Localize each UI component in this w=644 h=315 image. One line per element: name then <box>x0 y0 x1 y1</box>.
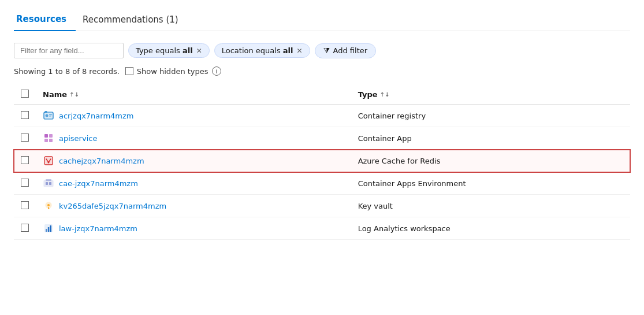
row-checkbox-2[interactable] <box>21 134 29 142</box>
resource-type-4: Container Apps Environment <box>351 172 630 195</box>
row-checkbox-5[interactable] <box>21 201 29 209</box>
svg-rect-14 <box>46 182 48 185</box>
resource-link-4[interactable]: cae-jzqx7narm4mzm <box>59 179 138 188</box>
resource-type-2: Container App <box>351 127 630 150</box>
filter-bar: Type equals all ✕ Location equals all ✕ … <box>14 43 630 58</box>
record-info-bar: Showing 1 to 8 of 8 records. Show hidden… <box>14 66 630 76</box>
svg-rect-6 <box>44 134 48 138</box>
svg-rect-5 <box>45 112 47 113</box>
row-checkbox-3[interactable] <box>21 156 29 164</box>
svg-rect-9 <box>49 139 53 142</box>
type-sort-icon[interactable]: ↑↓ <box>380 91 390 98</box>
table-row-3: cachejzqx7narm4mzm Azure Cache for Redis <box>14 150 630 172</box>
row-checkbox-4[interactable] <box>21 179 29 187</box>
resource-icon-3 <box>43 155 54 166</box>
show-hidden-types[interactable]: Show hidden types i <box>125 66 221 76</box>
svg-point-18 <box>47 204 50 206</box>
name-sort-icon[interactable]: ↑↓ <box>69 91 79 98</box>
resource-icon-2 <box>43 132 54 144</box>
resource-type-1: Container registry <box>351 105 630 127</box>
svg-point-2 <box>46 114 49 117</box>
svg-rect-3 <box>49 114 52 115</box>
table-row-5: kv265dafe5jzqx7narm4mzm Key vault <box>14 195 630 217</box>
type-filter-close-icon[interactable]: ✕ <box>196 47 202 55</box>
svg-rect-4 <box>49 116 51 116</box>
svg-rect-8 <box>44 139 48 142</box>
info-icon: i <box>212 66 221 76</box>
svg-rect-13 <box>44 180 53 187</box>
table-row-4: cae-jzqx7narm4mzm Container Apps Environ… <box>14 172 630 195</box>
resource-link-2[interactable]: apiservice <box>59 134 97 143</box>
location-filter-close-icon[interactable]: ✕ <box>297 47 303 55</box>
type-column-header[interactable]: Type ↑↓ <box>351 85 630 105</box>
resource-icon-1 <box>43 110 54 121</box>
table-row-1: acrjzqx7narm4mzm Container registry <box>14 105 630 127</box>
svg-rect-23 <box>48 227 50 232</box>
row-checkbox-6[interactable] <box>21 224 29 232</box>
resource-link-3[interactable]: cachejzqx7narm4mzm <box>59 157 144 165</box>
filter-input[interactable] <box>14 43 124 58</box>
svg-rect-15 <box>49 182 51 185</box>
table-row-2: apiservice Container App <box>14 127 630 150</box>
add-filter-button[interactable]: ⧩ Add filter <box>315 43 377 58</box>
name-column-header[interactable]: Name ↑↓ <box>36 85 351 105</box>
show-hidden-checkbox[interactable] <box>125 67 133 75</box>
tab-resources[interactable]: Resources <box>14 9 76 31</box>
svg-rect-20 <box>48 209 50 209</box>
resource-type-6: Log Analytics workspace <box>351 217 630 240</box>
resource-type-5: Key vault <box>351 195 630 217</box>
resource-table: Name ↑↓ Type ↑↓ <box>14 85 630 240</box>
select-all-checkbox[interactable] <box>21 90 29 98</box>
svg-rect-0 <box>44 112 53 119</box>
funnel-icon: ⧩ <box>323 46 330 55</box>
resource-link-1[interactable]: acrjzqx7narm4mzm <box>59 112 134 120</box>
resource-type-3: Azure Cache for Redis <box>351 150 630 172</box>
type-filter-chip[interactable]: Type equals all ✕ <box>128 43 210 58</box>
resource-link-6[interactable]: law-jzqx7narm4mzm <box>59 224 137 233</box>
tab-recommendations[interactable]: Recommendations (1) <box>80 10 188 31</box>
row-checkbox-1[interactable] <box>21 111 29 119</box>
svg-rect-22 <box>46 229 47 232</box>
resource-link-5[interactable]: kv265dafe5jzqx7narm4mzm <box>59 202 166 210</box>
table-row-6: law-jzqx7narm4mzm Log Analytics workspac… <box>14 217 630 240</box>
location-filter-chip[interactable]: Location equals all ✕ <box>214 43 310 58</box>
svg-rect-7 <box>49 134 53 138</box>
select-all-column <box>14 85 36 105</box>
resource-icon-4 <box>43 177 54 189</box>
svg-point-12 <box>48 162 50 164</box>
svg-rect-10 <box>44 157 53 165</box>
svg-rect-16 <box>46 179 51 181</box>
resource-icon-6 <box>43 223 54 234</box>
resource-icon-5 <box>43 200 54 212</box>
svg-rect-24 <box>50 225 52 232</box>
tabs-bar: Resources Recommendations (1) <box>14 9 630 31</box>
